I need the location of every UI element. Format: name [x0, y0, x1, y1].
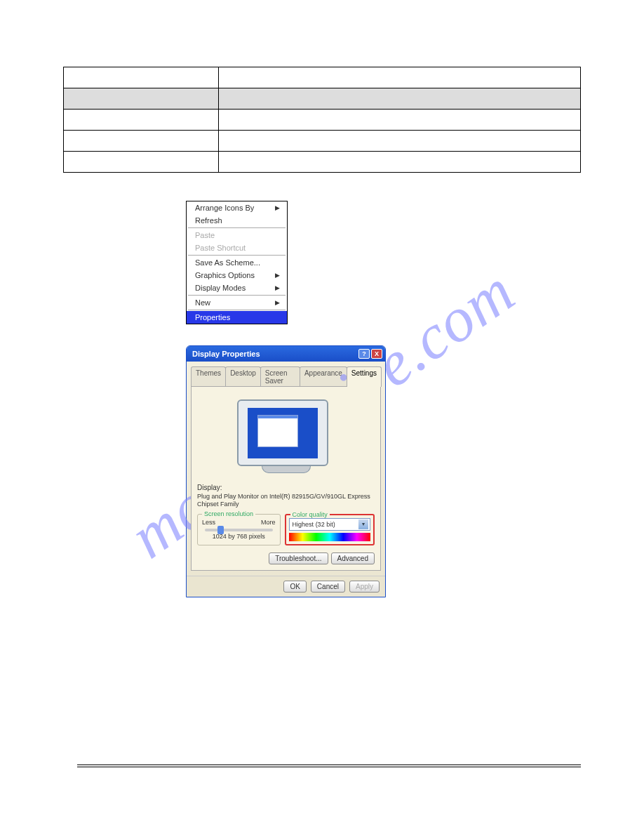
close-icon: X: [375, 350, 379, 357]
table-row: [64, 67, 581, 88]
table-row: [64, 88, 581, 110]
resolution-value: 1024 by 768 pixels: [202, 533, 276, 540]
group-title: Screen resolution: [202, 510, 255, 517]
settings-panel: Display: Plug and Play Monitor on Intel(…: [191, 386, 381, 571]
screen-resolution-group: Screen resolution Less More 1024 by 768 …: [197, 514, 281, 545]
display-properties-dialog: Display Properties ? X Themes Desktop Sc…: [186, 345, 386, 597]
display-description: Plug and Play Monitor on Intel(R) 82915G…: [197, 493, 375, 508]
menu-label: Display Modes: [195, 284, 246, 292]
tab-screen-saver[interactable]: Screen Saver: [260, 366, 300, 387]
menu-label: Paste: [195, 231, 215, 239]
close-button[interactable]: X: [371, 349, 382, 359]
context-menu: Arrange Icons By▶ Refresh Paste Paste Sh…: [186, 201, 288, 324]
color-spectrum: [289, 533, 370, 541]
apply-button[interactable]: Apply: [349, 581, 380, 593]
menu-separator: [188, 295, 286, 296]
chevron-right-icon: ▶: [275, 204, 280, 211]
table-row: [64, 110, 581, 131]
ctx-paste: Paste: [187, 229, 287, 241]
menu-label: Refresh: [195, 216, 222, 225]
advanced-button[interactable]: Advanced: [331, 552, 375, 564]
ctx-graphics-options[interactable]: Graphics Options▶: [187, 269, 287, 282]
chevron-down-icon: ▾: [358, 519, 368, 529]
menu-label: Arrange Icons By: [195, 204, 254, 212]
tab-themes[interactable]: Themes: [191, 366, 226, 387]
ctx-new[interactable]: New▶: [187, 296, 287, 309]
tab-desktop[interactable]: Desktop: [225, 366, 261, 387]
monitor-preview: [237, 399, 335, 473]
ctx-properties[interactable]: Properties: [187, 311, 287, 324]
ctx-display-modes[interactable]: Display Modes▶: [187, 282, 287, 294]
help-button[interactable]: ?: [358, 349, 370, 359]
menu-label: New: [195, 298, 210, 307]
group-title: Color quality: [290, 511, 330, 518]
display-heading: Display:: [197, 484, 375, 491]
tab-appearance[interactable]: Appearance: [300, 366, 347, 387]
chevron-right-icon: ▶: [275, 299, 280, 306]
ctx-refresh[interactable]: Refresh: [187, 214, 287, 227]
spec-table: [63, 67, 581, 173]
menu-separator: [188, 227, 286, 228]
menu-label: Graphics Options: [195, 271, 255, 279]
footer-divider: [77, 764, 581, 767]
tab-settings[interactable]: Settings: [347, 366, 382, 387]
titlebar[interactable]: Display Properties ? X: [187, 346, 385, 362]
ctx-paste-shortcut: Paste Shortcut: [187, 241, 287, 254]
menu-separator: [188, 310, 286, 310]
more-label: More: [261, 519, 276, 526]
tabs: Themes Desktop Screen Saver Appearance S…: [187, 362, 385, 387]
menu-label: Properties: [195, 313, 230, 322]
dialog-title: Display Properties: [192, 350, 260, 358]
ok-button[interactable]: OK: [283, 581, 306, 593]
chevron-right-icon: ▶: [275, 284, 280, 291]
menu-separator: [188, 255, 286, 256]
menu-label: Save As Scheme...: [195, 258, 260, 267]
resolution-slider[interactable]: [205, 529, 273, 531]
table-row: [64, 152, 581, 173]
ctx-save-scheme[interactable]: Save As Scheme...: [187, 256, 287, 269]
help-icon: ?: [362, 350, 366, 357]
color-quality-select[interactable]: Highest (32 bit) ▾: [289, 518, 370, 531]
select-value: Highest (32 bit): [293, 521, 335, 528]
cancel-button[interactable]: Cancel: [311, 581, 345, 593]
menu-label: Paste Shortcut: [195, 244, 246, 252]
troubleshoot-button[interactable]: Troubleshoot...: [269, 552, 328, 564]
table-row: [64, 131, 581, 152]
ctx-arrange-icons[interactable]: Arrange Icons By▶: [187, 201, 287, 214]
color-quality-group: Color quality Highest (32 bit) ▾: [285, 514, 375, 545]
chevron-right-icon: ▶: [275, 272, 280, 279]
less-label: Less: [202, 519, 215, 526]
